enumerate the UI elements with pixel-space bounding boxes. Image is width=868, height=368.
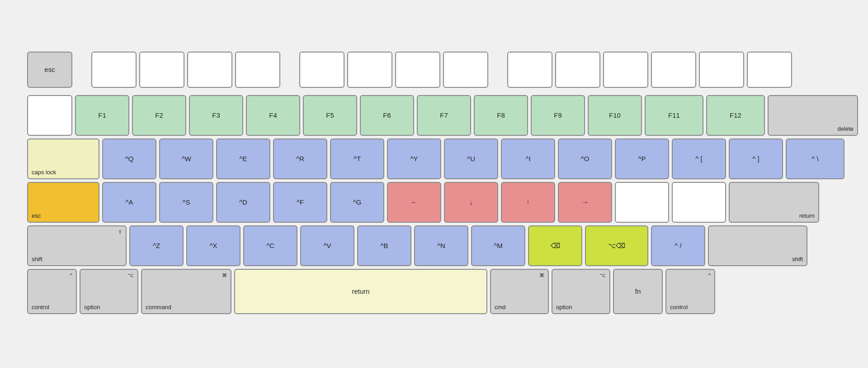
key-blank-4[interactable] [235, 52, 280, 88]
key-ctrl-r[interactable]: ^R [273, 139, 327, 179]
key-f2[interactable]: F2 [132, 95, 186, 136]
key-ctrl-s[interactable]: ^S [159, 182, 213, 223]
key-f10[interactable]: F10 [588, 95, 642, 136]
key-option-right[interactable]: ⌥ option [552, 269, 610, 314]
key-ctrl-b[interactable]: ^B [357, 225, 411, 266]
key-ctrl-u[interactable]: ^U [444, 139, 498, 179]
key-control-right[interactable]: ^ control [665, 269, 715, 314]
key-f4[interactable]: F4 [246, 95, 300, 136]
key-esc-top[interactable]: esc [27, 52, 72, 88]
key-control-left[interactable]: ^ control [27, 269, 77, 314]
key-f9[interactable]: F9 [531, 95, 585, 136]
key-f3[interactable]: F3 [189, 95, 243, 136]
key-blank-7[interactable] [395, 52, 440, 88]
key-ctrl-f[interactable]: ^F [273, 182, 327, 223]
key-f5[interactable]: F5 [303, 95, 357, 136]
key-ctrl-t[interactable]: ^T [330, 139, 384, 179]
key-f12[interactable]: F12 [706, 95, 765, 136]
key-f11[interactable]: F11 [645, 95, 703, 136]
key-blank-9[interactable] [507, 52, 552, 88]
key-ctrl-e[interactable]: ^E [216, 139, 270, 179]
key-blank-1[interactable] [91, 52, 137, 88]
key-arrow-left[interactable]: ← [387, 182, 441, 223]
key-space[interactable]: return [234, 269, 487, 314]
key-ctrl-c[interactable]: ^C [243, 225, 297, 266]
key-f1[interactable]: F1 [75, 95, 129, 136]
row-fkeys: F1 F2 F3 F4 F5 F6 F7 F8 F9 F10 F11 [27, 95, 841, 136]
row-shift: ⇧ shift ^Z ^X ^C ^V ^B ^N ^M ⌫ ⌥⌫ [27, 225, 841, 266]
key-ctrl-i[interactable]: ^I [501, 139, 555, 179]
key-blank-3[interactable] [187, 52, 232, 88]
key-ctrl-m[interactable]: ^M [471, 225, 525, 266]
key-cmd-right[interactable]: ⌘ cmd [490, 269, 549, 314]
key-backspace-small[interactable]: ⌫ [528, 225, 582, 266]
key-ctrl-w[interactable]: ^W [159, 139, 213, 179]
key-command-left[interactable]: ⌘ command [141, 269, 231, 314]
key-f8[interactable]: F8 [474, 95, 528, 136]
key-blank-8[interactable] [443, 52, 488, 88]
key-ctrl-n[interactable]: ^N [414, 225, 468, 266]
key-fn[interactable]: fn [613, 269, 663, 314]
key-ctrl-x[interactable]: ^X [186, 225, 241, 266]
key-blank-12[interactable] [651, 52, 696, 88]
key-ctrl-p[interactable]: ^P [615, 139, 669, 179]
key-f6[interactable]: F6 [360, 95, 414, 136]
row-middle: esc ^A ^S ^D ^F ^G ← ↓ ↑ → ret [27, 182, 841, 223]
key-ctrl-g[interactable]: ^G [330, 182, 384, 223]
key-blank-mid2[interactable] [672, 182, 726, 223]
key-blank-mid1[interactable] [615, 182, 669, 223]
key-option-left[interactable]: ⌥ option [80, 269, 138, 314]
key-opt-backspace[interactable]: ⌥⌫ [585, 225, 648, 266]
key-shift-left[interactable]: ⇧ shift [27, 225, 127, 266]
key-blank-2[interactable] [139, 52, 184, 88]
key-blank-13[interactable] [699, 52, 744, 88]
key-blank-5[interactable] [299, 52, 344, 88]
key-ctrl-bracket-l[interactable]: ^ [ [672, 139, 726, 179]
key-ctrl-a[interactable]: ^A [102, 182, 156, 223]
key-ctrl-backslash[interactable]: ^ \ [786, 139, 844, 179]
row-caps: caps lock ^Q ^W ^E ^R ^T ^Y ^U ^I ^O ^P [27, 139, 841, 179]
key-ctrl-y[interactable]: ^Y [387, 139, 441, 179]
keyboard-layout: esc F1 F2 F3 F4 [14, 38, 854, 330]
key-shift-right[interactable]: shift [708, 225, 807, 266]
key-blank-10[interactable] [555, 52, 600, 88]
key-blank-11[interactable] [603, 52, 648, 88]
row-bottom: ^ control ⌥ option ⌘ command return ⌘ cm… [27, 269, 841, 314]
key-ctrl-d[interactable]: ^D [216, 182, 270, 223]
key-arrow-down[interactable]: ↓ [444, 182, 498, 223]
key-ctrl-slash[interactable]: ^ / [651, 225, 705, 266]
key-f7[interactable]: F7 [417, 95, 471, 136]
key-ctrl-o[interactable]: ^O [558, 139, 612, 179]
key-ctrl-bracket-r[interactable]: ^ ] [729, 139, 783, 179]
key-ctrl-v[interactable]: ^V [300, 225, 354, 266]
key-arrow-right[interactable]: → [558, 182, 612, 223]
key-return[interactable]: return [729, 182, 819, 223]
row-top: esc [27, 52, 841, 88]
key-blank-14[interactable] [747, 52, 792, 88]
key-delete[interactable]: delete [768, 95, 858, 136]
key-arrow-up[interactable]: ↑ [501, 182, 555, 223]
key-blank-6[interactable] [347, 52, 392, 88]
key-ctrl-z[interactable]: ^Z [129, 225, 184, 266]
key-ctrl-q[interactable]: ^Q [102, 139, 156, 179]
key-tilde[interactable] [27, 95, 72, 136]
key-esc-yellow[interactable]: esc [27, 182, 99, 223]
key-caps-lock[interactable]: caps lock [27, 139, 99, 179]
